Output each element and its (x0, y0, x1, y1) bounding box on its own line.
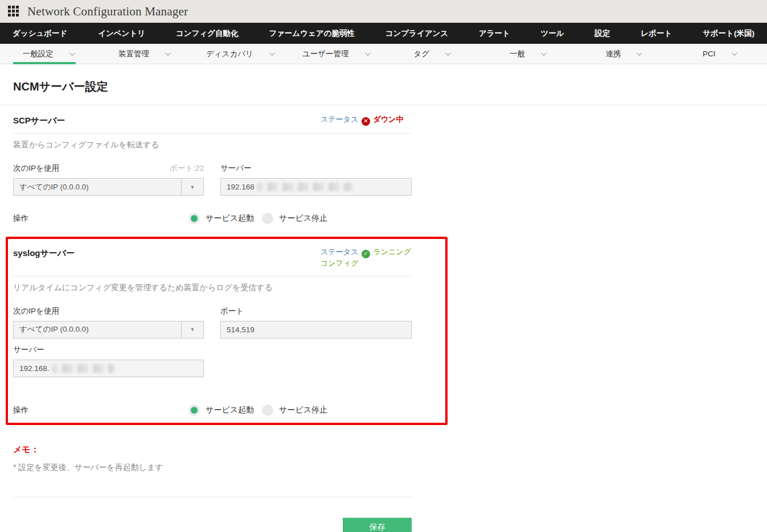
tab-general[interactable]: 一般 (479, 44, 575, 64)
tab-user-management[interactable]: ユーザー管理 (288, 44, 383, 64)
nav-item-settings[interactable]: 設定 (595, 28, 610, 39)
app-grid-icon[interactable] (8, 6, 19, 17)
memo-label: メモ： (13, 444, 412, 455)
status-label: ステータス (321, 248, 358, 256)
tab-tags[interactable]: タグ (384, 44, 479, 64)
radio-selected-icon[interactable] (188, 213, 200, 224)
syslog-status: ステータス ✓ ランニングコンフィグ (321, 247, 412, 269)
tab-pci[interactable]: PCI (671, 44, 767, 64)
select-arrow-icon[interactable]: ▼ (181, 179, 203, 195)
main-nav: ダッシュボード インベントリ コンフィグ自動化 ファームウェアの脆弱性 コンプラ… (0, 23, 767, 44)
tab-label: 一般設定 (23, 49, 54, 59)
memo-note: * 設定を変更後、サーバーを再起動します (13, 463, 412, 473)
scp-radio-start-service[interactable]: サービス起動 (188, 213, 254, 224)
syslog-operation-label: 操作 (13, 405, 188, 415)
status-ok-icon: ✓ (362, 250, 370, 258)
page-title: NCMサーバー設定 (13, 79, 754, 94)
syslog-description: リアルタイムにコンフィグ変更を管理するため装置からログを受信する (13, 283, 412, 293)
syslog-server-field: サーバー 192.168. (13, 345, 204, 377)
select-arrow-icon[interactable]: ▼ (181, 321, 203, 338)
syslog-server-label: サーバー (13, 345, 44, 355)
tab-integration[interactable]: 連携 (575, 44, 671, 64)
syslog-radio-stop-service[interactable]: サービス停止 (262, 405, 327, 416)
radio-label: サービス起動 (206, 405, 254, 415)
tab-general-settings[interactable]: 一般設定 (0, 44, 96, 64)
tab-label: PCI (703, 50, 716, 58)
chevron-down-icon[interactable] (165, 50, 171, 56)
radio-unselected-icon[interactable] (262, 405, 273, 416)
radio-label: サービス起動 (206, 213, 254, 224)
tab-device-management[interactable]: 装置管理 (96, 44, 191, 64)
scp-radio-stop-service[interactable]: サービス停止 (262, 213, 327, 224)
chevron-down-icon[interactable] (269, 50, 275, 56)
syslog-port-label: ポート (220, 306, 244, 316)
syslog-ip-selected-value: すべてのIP (0.0.0.0) (14, 324, 181, 335)
syslog-server-value: 192.168. (19, 364, 50, 373)
redacted-ip-value (52, 364, 114, 373)
syslog-port-input[interactable]: 514,519 (220, 321, 412, 339)
scp-server-section: SCPサーバー ステータス ✕ ダウン中 装置からコンフィグファイルを転送する … (13, 114, 412, 224)
chevron-down-icon[interactable] (732, 50, 737, 56)
tab-label: タグ (413, 49, 429, 59)
nav-item-compliance[interactable]: コンプライアンス (385, 28, 449, 39)
divider (13, 497, 412, 497)
nav-item-support-us[interactable]: サポート(米国) (703, 28, 754, 39)
chevron-down-icon[interactable] (365, 50, 371, 56)
radio-unselected-icon[interactable] (262, 213, 273, 224)
syslog-server-input[interactable]: 192.168. (13, 360, 204, 377)
scp-server-input[interactable]: 192.168 (220, 178, 412, 196)
syslog-ip-select[interactable]: すべてのIP (0.0.0.0) ▼ (13, 321, 204, 339)
app-header: Network Configuration Manager (0, 0, 767, 23)
scp-operation-label: 操作 (13, 213, 188, 224)
syslog-section-heading: syslogサーバー (13, 247, 75, 259)
tab-label: ディスカバリ (206, 49, 253, 59)
chevron-down-icon[interactable] (445, 50, 451, 56)
save-button[interactable]: 保存 (343, 518, 412, 532)
chevron-down-icon[interactable] (637, 50, 642, 56)
scp-operation-radio-group: サービス起動 サービス停止 (188, 213, 327, 224)
settings-tab-bar: 一般設定 装置管理 ディスカバリ ユーザー管理 タグ 一般 連携 PCI (0, 44, 767, 64)
nav-item-alerts[interactable]: アラート (479, 28, 510, 39)
scp-section-heading: SCPサーバー (13, 114, 65, 126)
status-error-icon: ✕ (362, 117, 370, 126)
syslog-ip-label: 次のIPを使用 (13, 306, 59, 316)
scp-ip-select[interactable]: すべてのIP (0.0.0.0) ▼ (13, 178, 204, 196)
syslog-port-value: 514,519 (227, 325, 255, 334)
syslog-radio-start-service[interactable]: サービス起動 (188, 405, 254, 416)
chevron-down-icon[interactable] (541, 50, 547, 56)
nav-item-inventory[interactable]: インベントリ (98, 28, 145, 39)
chevron-down-icon[interactable] (69, 50, 75, 56)
scp-server-label: サーバー (220, 163, 252, 174)
nav-item-tools[interactable]: ツール (541, 28, 564, 39)
scp-ip-selected-value: すべてのIP (0.0.0.0) (14, 182, 181, 192)
scp-status: ステータス ✕ ダウン中 (321, 114, 412, 126)
nav-item-reports[interactable]: レポート (641, 28, 672, 39)
nav-item-dashboard[interactable]: ダッシュボード (13, 28, 67, 39)
radio-label: サービス停止 (279, 213, 327, 224)
radio-selected-icon[interactable] (188, 405, 200, 416)
tab-label: 装置管理 (118, 49, 149, 59)
syslog-operation-radio-group: サービス起動 サービス停止 (188, 405, 327, 416)
nav-item-config-automation[interactable]: コンフィグ自動化 (176, 28, 239, 39)
scp-status-text: ダウン中 (373, 115, 403, 123)
tab-label: 連携 (605, 49, 621, 59)
radio-label: サービス停止 (279, 405, 327, 415)
scp-description: 装置からコンフィグファイルを転送する (13, 140, 412, 150)
scp-port-hint: ポート:22 (170, 163, 204, 174)
page-title-wrap: NCMサーバー設定 (0, 64, 767, 105)
nav-item-firmware-vulnerability[interactable]: ファームウェアの脆弱性 (269, 28, 355, 39)
scp-server-value: 192.168 (227, 183, 255, 191)
tab-discovery[interactable]: ディスカバリ (192, 44, 288, 64)
tab-label: ユーザー管理 (302, 49, 349, 59)
syslog-server-section-highlighted: syslogサーバー ステータス ✓ ランニングコンフィグ リアルタイムにコンフ… (6, 237, 448, 425)
scp-ip-label: 次のIPを使用 (13, 163, 59, 174)
redacted-ip-value (257, 183, 352, 191)
tab-label: 一般 (510, 49, 525, 59)
status-label: ステータス (321, 115, 358, 123)
app-title: Network Configuration Manager (27, 5, 188, 19)
